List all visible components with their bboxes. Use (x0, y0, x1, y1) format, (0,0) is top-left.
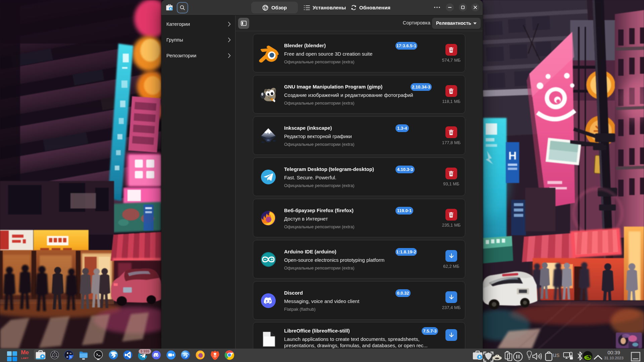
svg-text:H: H (508, 149, 517, 162)
